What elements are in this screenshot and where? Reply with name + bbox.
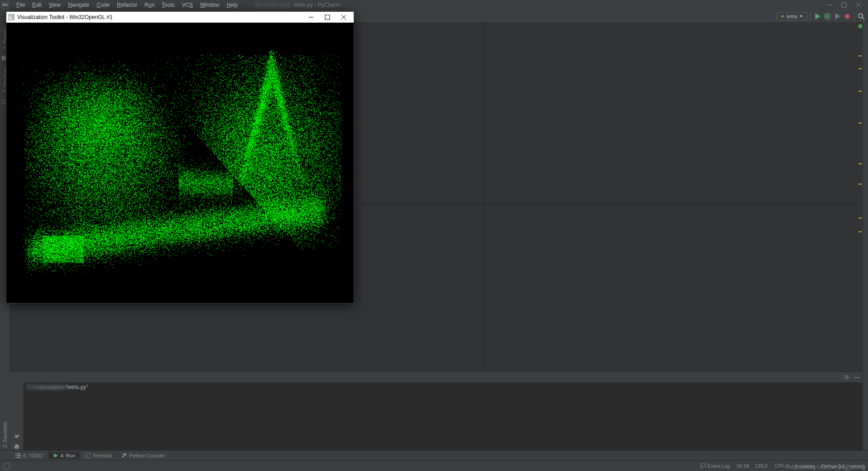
vtk-app-icon xyxy=(8,14,14,20)
menu-tools[interactable]: Tools xyxy=(158,1,178,9)
minimize-icon[interactable] xyxy=(826,2,833,8)
warning-marker[interactable] xyxy=(858,68,862,69)
svg-rect-33 xyxy=(17,455,21,456)
warning-marker[interactable] xyxy=(858,55,862,57)
svg-point-6 xyxy=(826,15,829,17)
file-encoding[interactable]: UTF-8 xyxy=(774,463,788,469)
run-gutter xyxy=(10,382,24,460)
marker-gutter xyxy=(857,23,863,371)
favorites-tool-tab[interactable]: 2: Favorites xyxy=(1,419,9,450)
python-console-label: Python Console xyxy=(129,453,165,458)
list-icon xyxy=(15,453,21,458)
svg-rect-25 xyxy=(15,444,18,446)
output-text: 'tetris.py" xyxy=(66,384,88,390)
run-with-coverage-icon[interactable] xyxy=(833,12,841,20)
menu-window[interactable]: Window xyxy=(197,1,223,9)
warning-marker[interactable] xyxy=(858,122,862,124)
svg-point-15 xyxy=(845,376,848,378)
caret-position[interactable]: 18:19 xyxy=(736,463,749,469)
menu-navigate[interactable]: Navigate xyxy=(64,1,93,9)
tool-window-quick-access-icon[interactable] xyxy=(4,463,10,469)
warning-marker[interactable] xyxy=(858,217,862,219)
svg-line-22 xyxy=(848,375,849,375)
toolbar-separator xyxy=(854,13,854,20)
line-separator[interactable]: CRLF xyxy=(755,463,768,469)
python-console-tool-tab[interactable]: Python Console xyxy=(117,452,169,459)
editor-vertical-splitter[interactable] xyxy=(484,23,485,371)
warning-marker[interactable] xyxy=(858,183,862,185)
analysis-status-marker[interactable] xyxy=(858,24,862,28)
vtk-titlebar[interactable]: Visualization Toolkit - Win32OpenGL #1 xyxy=(6,12,354,23)
debug-icon[interactable] xyxy=(823,12,831,20)
todo-label: 6: TODO xyxy=(23,453,43,458)
vtk-minimize-icon[interactable] xyxy=(303,12,319,22)
run-configuration-selector[interactable]: tetris ▼ xyxy=(776,12,807,20)
hide-tool-window-icon[interactable]: — xyxy=(854,374,859,380)
svg-rect-39 xyxy=(325,15,330,19)
vtk-maximize-icon[interactable] xyxy=(319,12,336,22)
vtk-visualization-window: Visualization Toolkit - Win32OpenGL #1 xyxy=(6,11,354,303)
svg-line-20 xyxy=(845,375,845,375)
watermark-text: https://blog.csdn.net/jing_zhong xyxy=(789,464,865,470)
svg-rect-31 xyxy=(17,453,21,454)
event-log-button[interactable]: Event Log xyxy=(700,463,730,469)
run-output[interactable]: C:/Users/admin/'tetris.py" xyxy=(24,382,863,460)
event-log-label: Event Log xyxy=(708,463,730,469)
play-icon xyxy=(53,453,58,458)
svg-rect-37 xyxy=(85,453,91,458)
window-title: tet runner alias tetris.py - PyCharm xyxy=(255,2,340,8)
bottom-tool-tabs: 6: TODO 4: Run Terminal Python Console xyxy=(0,450,868,460)
run-tool-tab[interactable]: 4: Run xyxy=(48,452,80,459)
point-cloud-canvas xyxy=(6,23,354,303)
svg-rect-30 xyxy=(15,453,16,454)
svg-marker-4 xyxy=(815,13,820,19)
svg-line-10 xyxy=(862,17,864,19)
chevron-down-icon: ▼ xyxy=(799,14,803,19)
maximize-icon[interactable] xyxy=(841,2,847,8)
run-tool-window: C:/Users/admin/'tetris.py" xyxy=(10,382,863,460)
run-icon[interactable] xyxy=(813,12,821,20)
search-everywhere-icon[interactable] xyxy=(857,12,865,20)
status-bar: Event Log 18:19 CRLF UTF-8 4 spaces Pyth… xyxy=(0,460,868,471)
svg-point-9 xyxy=(858,14,863,18)
svg-rect-35 xyxy=(17,457,21,458)
menu-view[interactable]: View xyxy=(45,1,64,9)
menu-help[interactable]: Help xyxy=(223,1,242,9)
close-icon[interactable] xyxy=(855,2,862,8)
run-tool-header: — xyxy=(10,371,863,382)
terminal-label: Terminal xyxy=(93,453,112,458)
vtk-viewport[interactable] xyxy=(6,23,354,303)
menu-file[interactable]: File xyxy=(13,1,29,9)
svg-marker-36 xyxy=(54,453,58,458)
menu-refactor[interactable]: Refactor xyxy=(113,1,141,9)
warning-marker[interactable] xyxy=(858,163,862,164)
menu-code[interactable]: Code xyxy=(93,1,113,9)
svg-rect-8 xyxy=(845,14,849,18)
stop-icon[interactable] xyxy=(843,12,851,20)
vtk-window-controls xyxy=(303,12,352,22)
menu-bar: PC File Edit View Navigate Code Refactor… xyxy=(0,0,868,10)
pin-icon[interactable] xyxy=(13,433,20,440)
menu-run[interactable]: Run xyxy=(141,1,158,9)
svg-marker-7 xyxy=(835,13,840,19)
warning-marker[interactable] xyxy=(858,231,862,232)
svg-line-21 xyxy=(848,379,849,379)
terminal-tool-tab[interactable]: Terminal xyxy=(81,452,116,459)
run-config-icon xyxy=(780,14,785,19)
terminal-icon xyxy=(85,453,91,458)
svg-rect-34 xyxy=(15,457,16,458)
python-icon xyxy=(122,453,127,458)
svg-rect-32 xyxy=(15,455,16,456)
toolbar-separator xyxy=(810,13,810,20)
warning-marker[interactable] xyxy=(858,91,862,92)
print-icon[interactable] xyxy=(13,443,20,450)
todo-tool-tab[interactable]: 6: TODO xyxy=(11,452,48,459)
vtk-window-title: Visualization Toolkit - Win32OpenGL #1 xyxy=(17,14,113,20)
window-controls xyxy=(826,2,868,8)
menu-edit[interactable]: Edit xyxy=(29,1,45,9)
run-label: 4: Run xyxy=(61,453,75,458)
menu-vcs[interactable]: VCS xyxy=(178,1,197,9)
title-path-blurred: tet runner alias xyxy=(255,2,291,8)
gear-icon[interactable] xyxy=(844,374,850,380)
vtk-close-icon[interactable] xyxy=(336,12,352,22)
